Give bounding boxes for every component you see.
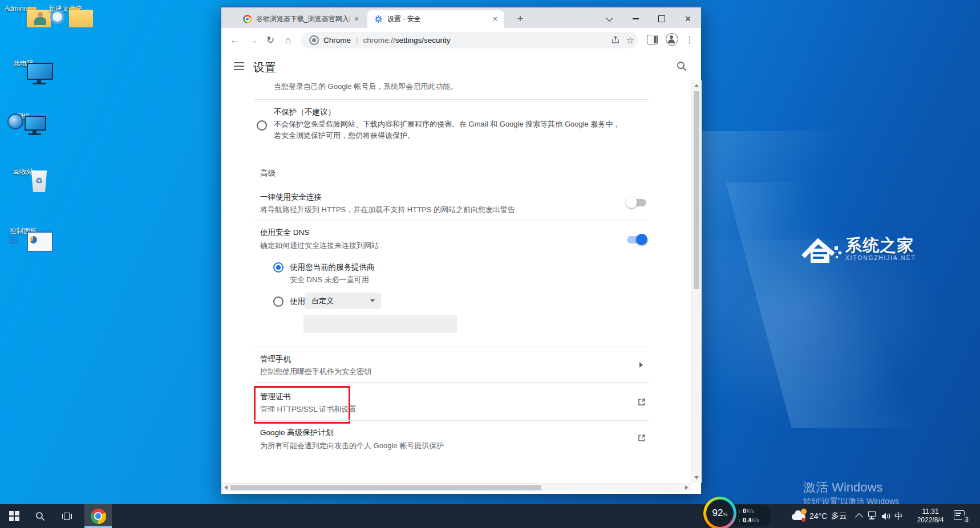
network-speed-panel[interactable]: ↑ 0 K/s ↓ 0.4 K/s [735,505,770,526]
download-value: 0.4 [743,517,751,523]
scroll-up-icon[interactable] [694,84,699,87]
search-icon[interactable] [677,61,687,71]
tab-download-page[interactable]: 谷歌浏览器下载_浏览器官网入口 × [237,10,366,28]
maximize-button[interactable] [653,12,670,26]
secure-dns-toggle[interactable] [627,236,646,243]
advanced-protection-subtitle: 为所有可能会遭到定向攻击的个人 Google 帐号提供保护 [260,441,444,451]
search-icon [35,511,45,521]
forward-button[interactable]: → [245,33,261,48]
new-tab-button[interactable]: + [513,13,527,26]
tab-search-chevron-icon[interactable] [601,12,618,26]
row-divider [254,99,649,100]
weather-temp[interactable]: 24°C [809,504,827,528]
site-label: Chrome [323,36,351,44]
upload-unit: K/s [747,508,754,514]
upload-value: 0 [743,507,746,514]
chevron-down-icon [370,299,375,302]
scroll-down-icon[interactable] [694,476,699,480]
settings-page-title: 设置 [253,60,276,75]
browser-window: 谷歌浏览器下载_浏览器官网入口 × 设置 - 安全 × + × ← → ↻ [221,6,701,494]
weather-icon[interactable] [792,511,807,520]
window-footer [221,492,701,494]
scroll-right-icon[interactable] [685,485,689,490]
tab-settings-security[interactable]: 设置 - 安全 × [367,10,504,28]
task-view-icon [62,513,72,520]
vertical-scrollbar[interactable] [691,80,702,483]
share-icon[interactable] [608,35,623,46]
wallpaper-glow [702,239,941,422]
row-divider [254,420,649,421]
network-status-icon[interactable] [868,511,877,520]
row-divider [254,347,649,347]
tab-close-icon[interactable]: × [352,15,361,24]
no-protection-radio[interactable] [257,120,267,131]
chrome-favicon-icon [243,15,252,23]
start-button[interactable] [2,504,27,528]
address-bar[interactable]: Chrome | chrome:// settings/security ☆ [301,32,638,48]
speed-ball-unit: % [723,511,727,517]
download-unit: K/s [752,517,759,523]
browser-menu-icon[interactable]: ⋮ [685,32,694,48]
desktop-icon-network[interactable]: 网络 [1,112,46,120]
tray-expand-icon[interactable] [855,513,863,521]
minimize-button[interactable] [627,12,644,26]
taskbar-clock[interactable]: 11:31 2022/8/4 [910,504,951,528]
taskbar-search-button[interactable] [27,504,52,528]
speed-ball-widget[interactable]: 92 % [703,497,736,528]
desktop-icon-administrator[interactable]: Administra... [1,5,46,13]
dns-provider-sublabel: 安全 DNS 未必一直可用 [290,275,369,285]
settings-content: 当您登录自己的 Google 帐号后，系统即会启用此功能。 不保护（不建议） 不… [221,80,691,483]
brand-title: 系统之家 [845,236,916,254]
desktop-icon-new-folder[interactable]: 新建文件夹 [43,5,88,13]
advanced-protection-title[interactable]: Google 高级保护计划 [260,428,333,438]
desktop-icon-recycle-bin[interactable]: ♻ 回收站 [1,168,46,176]
task-view-button[interactable] [54,504,79,528]
row-divider [254,382,649,383]
vertical-scroll-thumb[interactable] [694,91,699,289]
highlight-box [254,386,350,424]
secure-dns-subtitle: 确定如何通过安全连接来连接到网站 [260,241,379,251]
profile-avatar-icon[interactable] [666,33,678,46]
ime-indicator[interactable]: 中 [894,504,903,528]
side-panel-icon[interactable] [647,35,658,44]
desktop-icon-this-pc[interactable]: 此电脑 [1,59,46,67]
chrome-icon [91,509,106,524]
volume-icon[interactable] [881,512,891,521]
notification-badge[interactable]: 3 [962,515,971,525]
url-scheme: chrome:// [363,36,395,44]
close-button[interactable]: × [679,12,696,26]
desktop-icon-control-panel[interactable]: 控制面板 [1,227,46,235]
chevron-right-icon[interactable] [639,362,643,368]
reload-button[interactable]: ↻ [262,33,278,48]
menu-hamburger-icon[interactable] [234,62,244,70]
recycle-glyph-icon: ♻ [30,176,48,186]
dns-custom-dropdown[interactable]: 自定义 [305,293,381,309]
bookmark-star-icon[interactable]: ☆ [623,35,638,46]
dns-provider-radio[interactable] [273,262,284,273]
download-arrow-icon: ↓ [738,517,741,523]
taskbar: 92 % ↑ 0 K/s ↓ 0.4 K/s 24°C 多云 中 11:31 2… [0,504,980,528]
tab-close-icon[interactable]: × [491,15,500,24]
tab-title: 谷歌浏览器下载_浏览器官网入口 [256,14,350,24]
dropdown-value: 自定义 [311,296,334,306]
address-divider: | [356,36,358,44]
manage-phones-title[interactable]: 管理手机 [260,354,291,364]
horizontal-scrollbar[interactable] [221,483,691,492]
taskbar-chrome-button[interactable] [84,504,112,528]
browser-toolbar: ← → ↻ ⌂ Chrome | chrome:// settings/secu… [221,28,701,53]
scroll-left-icon[interactable] [224,485,228,490]
url-path: settings/security [395,36,451,44]
dns-custom-input[interactable] [303,315,457,333]
weather-desc[interactable]: 多云 [831,504,847,528]
settings-gear-icon [374,15,383,23]
clock-date: 2022/8/4 [917,516,944,525]
dns-custom-radio[interactable] [273,297,284,307]
advanced-section-header: 高级 [260,168,276,178]
site-chrome-icon [309,35,319,45]
home-button[interactable]: ⌂ [280,33,296,48]
back-button[interactable]: ← [227,33,243,48]
external-link-icon[interactable] [638,398,646,406]
external-link-icon[interactable] [638,434,646,442]
horizontal-scroll-thumb[interactable] [230,485,541,490]
https-only-toggle[interactable] [627,199,646,206]
